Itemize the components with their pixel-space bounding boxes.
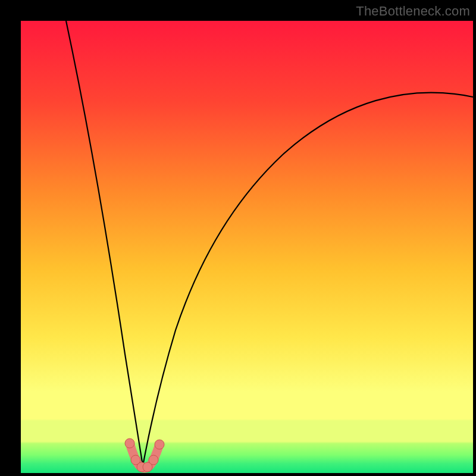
svg-rect-0 <box>21 21 473 473</box>
plot-area <box>21 21 473 473</box>
watermark-text: TheBottleneck.com <box>356 4 470 19</box>
chart-frame: TheBottleneck.com <box>0 0 476 476</box>
background-gradient <box>21 21 473 473</box>
